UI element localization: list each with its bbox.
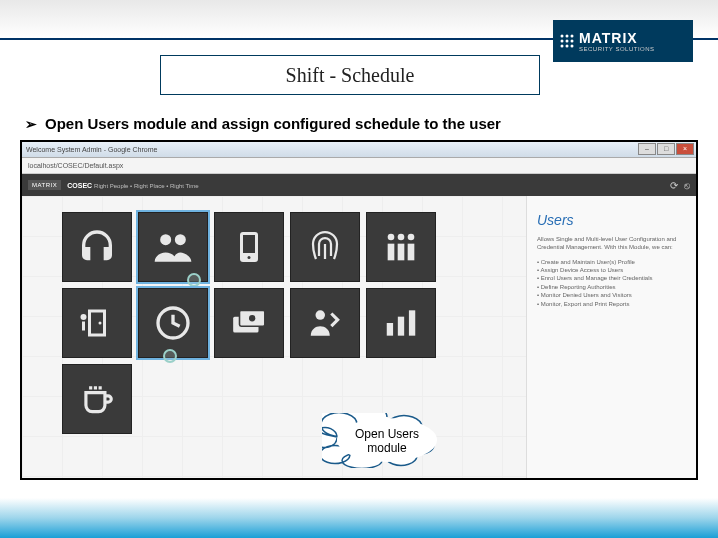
side-panel-desc: Allows Single and Multi-level User Confi… — [537, 236, 686, 252]
app-tagline: Right People • Right Place • Right Time — [94, 183, 199, 189]
svg-point-23 — [81, 314, 87, 320]
svg-point-8 — [571, 45, 574, 48]
time-tile[interactable] — [138, 288, 208, 358]
svg-rect-17 — [388, 244, 395, 261]
callout-bubble: Open Users module — [322, 413, 452, 468]
svg-point-4 — [566, 40, 569, 43]
svg-rect-30 — [387, 323, 393, 336]
svg-rect-32 — [409, 310, 415, 335]
svg-point-29 — [316, 310, 326, 320]
window-controls: – □ × — [638, 143, 694, 155]
highlight-ring-icon — [187, 273, 201, 287]
arrow-bullet-icon: ➢ — [25, 116, 37, 132]
biometric-tile[interactable] — [290, 212, 360, 282]
instruction-bullet: ➢ Open Users module and assign configure… — [25, 115, 501, 132]
side-panel-title: Users — [537, 212, 686, 228]
org-tile[interactable] — [366, 212, 436, 282]
logo-subtext: SECURITY SOLUTIONS — [579, 46, 655, 52]
highlight-ring-icon — [163, 349, 177, 363]
cafe-tile[interactable] — [62, 364, 132, 434]
svg-point-28 — [249, 315, 255, 321]
svg-rect-12 — [243, 235, 255, 253]
window-title: Welcome System Admin - Google Chrome — [26, 146, 157, 153]
svg-point-6 — [561, 45, 564, 48]
svg-point-3 — [561, 40, 564, 43]
svg-point-13 — [248, 256, 251, 259]
logo-dots-icon — [559, 33, 575, 49]
svg-point-22 — [99, 322, 102, 325]
side-list-item: Create and Maintain User(s) Profile — [537, 258, 686, 266]
svg-rect-18 — [398, 244, 405, 261]
svg-point-9 — [160, 234, 171, 245]
url-text: localhost/COSEC/Default.aspx — [28, 162, 123, 169]
device-tile[interactable] — [214, 212, 284, 282]
svg-point-0 — [561, 35, 564, 38]
address-bar[interactable]: localhost/COSEC/Default.aspx — [22, 158, 696, 174]
slide-title: Shift - Schedule — [160, 55, 540, 95]
side-list-item: Assign Device Access to Users — [537, 266, 686, 274]
callout-line1: Open Users — [355, 426, 419, 440]
visitor-tile[interactable] — [290, 288, 360, 358]
app-header: MATRIX COSEC Right People • Right Place … — [22, 174, 696, 196]
minimize-button[interactable]: – — [638, 143, 656, 155]
slide-bottom-gradient — [0, 498, 718, 538]
close-button[interactable]: × — [676, 143, 694, 155]
side-list-item: Define Reporting Authorities — [537, 283, 686, 291]
instruction-text: Open Users module and assign configured … — [45, 115, 501, 132]
svg-point-14 — [388, 234, 395, 241]
svg-rect-24 — [82, 322, 85, 331]
svg-point-5 — [571, 40, 574, 43]
svg-point-15 — [398, 234, 405, 241]
side-panel: Users Allows Single and Multi-level User… — [526, 196, 696, 478]
app-brand: MATRIX — [28, 180, 61, 190]
maximize-button[interactable]: □ — [657, 143, 675, 155]
report-tile[interactable] — [366, 288, 436, 358]
svg-point-2 — [571, 35, 574, 38]
side-list-item: Monitor, Export and Print Reports — [537, 300, 686, 308]
logout-icon[interactable]: ⎋ — [684, 180, 690, 191]
browser-titlebar: Welcome System Admin - Google Chrome – □… — [22, 142, 696, 158]
side-list-item: Enrol Users and Manage their Credentials — [537, 274, 686, 282]
svg-point-1 — [566, 35, 569, 38]
logo-text: MATRIX — [579, 30, 655, 46]
users-tile[interactable] — [138, 212, 208, 282]
svg-point-10 — [175, 234, 186, 245]
svg-rect-19 — [408, 244, 415, 261]
app-product: COSEC — [67, 182, 92, 189]
screenshot-window: Welcome System Admin - Google Chrome – □… — [20, 140, 698, 480]
side-list-item: Monitor Denied Users and Visitors — [537, 291, 686, 299]
refresh-icon[interactable]: ⟳ — [670, 180, 678, 191]
callout-line2: module — [367, 441, 406, 455]
side-panel-list: Create and Maintain User(s) ProfileAssig… — [537, 258, 686, 308]
access-tile[interactable] — [62, 288, 132, 358]
admin-tile[interactable] — [62, 212, 132, 282]
svg-point-16 — [408, 234, 415, 241]
svg-point-7 — [566, 45, 569, 48]
svg-rect-31 — [398, 317, 404, 336]
module-tile-grid — [62, 212, 526, 434]
payroll-tile[interactable] — [214, 288, 284, 358]
matrix-logo: MATRIX SECURITY SOLUTIONS — [553, 20, 693, 62]
